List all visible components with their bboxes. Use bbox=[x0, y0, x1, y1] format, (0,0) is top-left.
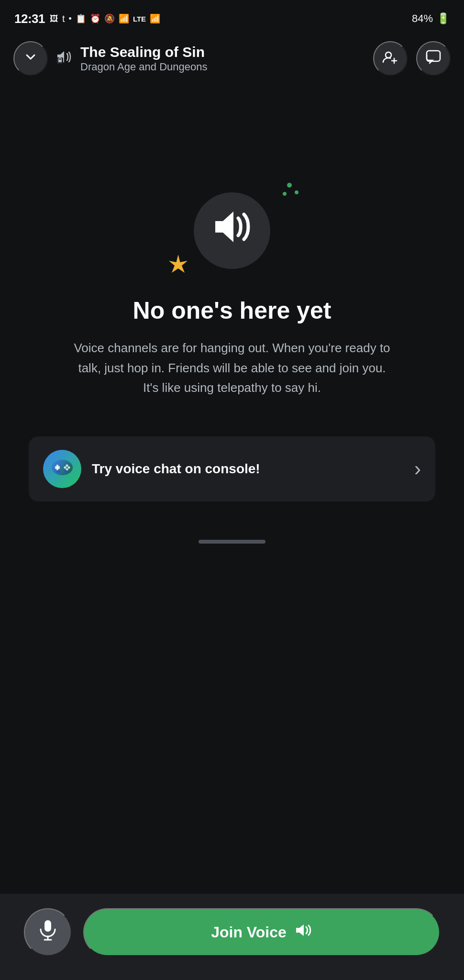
battery-percent: 84% bbox=[412, 12, 433, 25]
speaker-icon bbox=[210, 208, 254, 254]
lte-icon: LTE bbox=[133, 15, 146, 23]
sparkle-green-icon bbox=[270, 180, 299, 204]
svg-rect-4 bbox=[427, 51, 440, 61]
join-voice-label: Join Voice bbox=[211, 924, 287, 941]
bottom-action-bar: Join Voice bbox=[0, 894, 464, 980]
sparkle-yellow-icon bbox=[165, 252, 191, 278]
empty-state-description: Voice channels are for hanging out. When… bbox=[69, 338, 395, 398]
voice-icon-container bbox=[194, 192, 270, 269]
join-voice-speaker-icon bbox=[294, 923, 312, 942]
status-icons: 🖼 t • 📋 ⏰ 🔕 📶 LTE 📶 bbox=[50, 13, 160, 24]
svg-point-17 bbox=[64, 470, 68, 473]
svg-rect-18 bbox=[44, 920, 51, 932]
join-voice-button[interactable]: Join Voice bbox=[83, 908, 440, 956]
swipe-indicator bbox=[199, 540, 265, 544]
channel-info: The Sealing of Sin Dragon Age and Dungeo… bbox=[56, 44, 207, 73]
svg-point-12 bbox=[66, 465, 68, 467]
top-nav: The Sealing of Sin Dragon Age and Dungeo… bbox=[0, 33, 464, 83]
wifi-icon: 📶 bbox=[119, 13, 129, 24]
status-bar-right: 84% 🔋 bbox=[412, 12, 450, 25]
svg-rect-2 bbox=[58, 60, 62, 62]
signal-icon: 📶 bbox=[150, 13, 160, 24]
add-member-icon bbox=[382, 50, 398, 67]
alarm-icon: ⏰ bbox=[90, 13, 100, 24]
main-content: No one's here yet Voice channels are for… bbox=[0, 83, 464, 657]
console-arrow-icon: › bbox=[414, 457, 421, 480]
microphone-icon bbox=[37, 919, 59, 946]
empty-state-title: No one's here yet bbox=[133, 298, 331, 324]
status-time: 12:31 bbox=[14, 11, 45, 26]
tumblr-icon: t bbox=[62, 13, 65, 24]
svg-point-3 bbox=[386, 52, 391, 58]
chat-button[interactable] bbox=[416, 41, 451, 76]
clipboard-icon: 📋 bbox=[76, 13, 86, 24]
svg-point-16 bbox=[56, 470, 60, 473]
bottom-indicator bbox=[29, 530, 435, 553]
svg-point-6 bbox=[295, 190, 298, 194]
volume-icon bbox=[56, 50, 74, 67]
svg-rect-11 bbox=[56, 465, 58, 470]
mute-icon: 🔕 bbox=[104, 13, 115, 24]
console-icon-wrapper bbox=[43, 450, 81, 488]
channel-details: The Sealing of Sin Dragon Age and Dungeo… bbox=[80, 44, 207, 73]
nav-left: The Sealing of Sin Dragon Age and Dungeo… bbox=[13, 41, 207, 76]
photo-icon: 🖼 bbox=[50, 14, 58, 24]
mic-button[interactable] bbox=[24, 908, 72, 956]
dot-icon: • bbox=[69, 14, 72, 24]
svg-point-15 bbox=[64, 467, 66, 469]
channel-name: The Sealing of Sin bbox=[80, 44, 207, 61]
status-bar-left: 12:31 🖼 t • 📋 ⏰ 🔕 📶 LTE 📶 bbox=[14, 11, 160, 26]
battery-icon: 🔋 bbox=[437, 12, 450, 25]
svg-point-13 bbox=[68, 467, 70, 469]
console-banner-left: Try voice chat on console! bbox=[43, 450, 260, 488]
voice-circle bbox=[194, 192, 270, 269]
server-name: Dragon Age and Dungeons bbox=[80, 61, 207, 73]
status-bar: 12:31 🖼 t • 📋 ⏰ 🔕 📶 LTE 📶 84% 🔋 bbox=[0, 0, 464, 33]
svg-point-5 bbox=[287, 183, 292, 188]
gamepad-icon bbox=[50, 457, 75, 480]
add-member-button[interactable] bbox=[373, 41, 408, 76]
nav-right bbox=[373, 41, 451, 76]
chat-icon bbox=[426, 50, 441, 67]
svg-point-7 bbox=[283, 192, 287, 196]
console-banner[interactable]: Try voice chat on console! › bbox=[29, 436, 435, 501]
back-button[interactable] bbox=[13, 41, 48, 76]
chevron-down-icon bbox=[23, 50, 38, 67]
console-banner-text: Try voice chat on console! bbox=[92, 461, 260, 477]
